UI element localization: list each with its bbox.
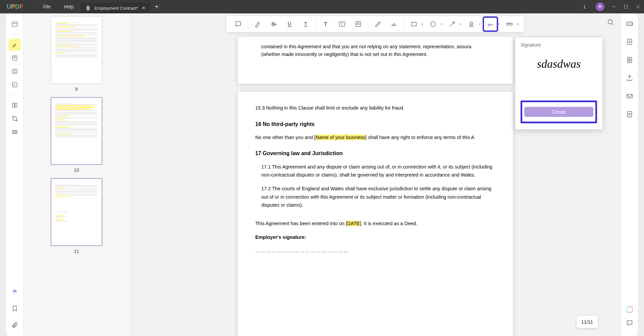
maximize-button[interactable] [620,2,632,12]
annotation-toolbar: S U T T T ▾ ▾ ▾ ▾ ▾ ▾ [226,16,524,32]
arrow-tool[interactable] [446,18,459,30]
email-button[interactable] [625,91,635,101]
annotate-tool[interactable] [9,52,21,64]
thumb-label-9: 9 [75,86,78,92]
page-nav-num: 1 [583,4,586,9]
left-toolbar [6,13,23,336]
protect-button[interactable] [625,55,635,65]
svg-rect-44 [627,307,633,313]
svg-rect-14 [13,131,16,132]
page-nav[interactable]: 1 [583,4,592,9]
layers-button[interactable] [9,286,21,298]
thumbnails-button[interactable] [9,18,21,30]
doc-text: Employer's signature: [255,233,495,242]
measure-tool[interactable] [503,18,516,30]
dropdown-icon[interactable]: ▾ [422,22,423,26]
doc-text: ]. It is executed as a Deed. [360,221,418,226]
svg-rect-29 [412,22,417,26]
circle-tool[interactable] [427,18,439,30]
svg-text:U: U [288,21,291,26]
ai-icon[interactable] [626,306,633,313]
tab-close-icon[interactable]: × [142,5,145,11]
search-button[interactable] [607,19,617,29]
squiggly-tool[interactable]: T [300,18,313,30]
highlight-text-tool[interactable] [252,18,264,30]
file-icon [85,5,91,11]
thumbnail-page-9[interactable] [51,17,102,83]
convert-button[interactable] [625,37,635,47]
note-tool[interactable] [352,18,365,30]
svg-rect-7 [12,69,17,73]
highlight-tool[interactable] [9,39,21,51]
bookmark-button[interactable] [9,303,21,315]
thumbnail-page-11[interactable] [51,179,102,245]
signature-line: …………………………………………… [255,247,495,255]
title-bar: UPDF | File Help Employment Contract* × … [0,0,644,13]
menu-help[interactable]: Help [57,4,80,9]
chat-button[interactable] [625,318,635,328]
share-button[interactable] [625,73,635,83]
user-avatar[interactable]: H [596,2,604,11]
pencil-tool[interactable] [372,18,384,30]
menu-file[interactable]: File [36,4,57,9]
form-tool[interactable] [9,65,21,77]
chevron-down-icon [588,5,592,9]
svg-rect-1 [625,5,628,8]
strikethrough-tool[interactable]: S [268,18,280,30]
dropdown-icon[interactable]: ▾ [479,22,481,26]
signature-tool[interactable] [484,18,497,30]
organize-tool[interactable] [9,99,21,111]
eraser-tool[interactable] [388,18,400,30]
dropdown-icon[interactable]: ▾ [460,22,462,26]
doc-text: This Agreement has been entered into on … [255,221,347,226]
print-button[interactable] [625,109,635,119]
crop-tool[interactable] [9,113,21,125]
create-highlight-frame: Create [521,100,597,123]
svg-text:T: T [324,21,327,27]
svg-rect-12 [15,103,17,107]
signature-panel: Signature sdasdwas Create [515,38,602,129]
new-tab-button[interactable]: + [155,3,159,11]
doc-text: No one other than you and [ [255,135,316,140]
thumb-label-11: 11 [74,249,79,254]
signature-panel-title: Signature [521,42,597,48]
svg-rect-26 [356,22,361,27]
attachment-button[interactable] [9,319,21,331]
signature-preview[interactable]: sdasdwas [521,58,597,70]
document-tab[interactable]: Employment Contract* × [80,3,150,13]
fill-sign-tool[interactable] [9,79,21,91]
dropdown-icon[interactable]: ▾ [441,22,442,26]
svg-rect-4 [12,22,17,26]
minimize-button[interactable] [608,2,620,12]
dropdown-icon[interactable]: ▾ [498,22,500,26]
thumbnail-panel: 9 10 11 [23,13,129,336]
section-heading: 17 Governing law and Jurisdiction [255,149,495,158]
stamp-tool[interactable] [465,18,478,30]
ocr-button[interactable]: OCR [625,19,635,29]
document-page-prev: contained in this Agreement and that you… [238,37,513,84]
page-counter[interactable]: 11/11 [577,316,598,328]
text-tool[interactable]: T [320,18,332,30]
thumbnail-page-10[interactable] [51,98,102,164]
underline-tool[interactable]: U [284,18,297,30]
svg-line-17 [612,23,613,25]
svg-point-31 [470,22,472,24]
section-heading: 16 No third-party rights [255,120,495,129]
app-shell: 9 10 11 S U T T T [6,13,638,336]
doc-text: contained in this Agreement and that you… [261,44,471,49]
rectangle-tool[interactable] [408,18,420,30]
close-button[interactable] [632,2,644,12]
doc-text: 17.1 This Agreement and any dispute or c… [261,163,495,179]
app-logo: UPDF [7,3,23,10]
svg-rect-11 [12,103,14,107]
create-signature-button[interactable]: Create [524,107,593,117]
highlighted-text: Name of your business [316,135,365,140]
textbox-tool[interactable]: T [336,18,348,30]
comment-tool[interactable] [232,18,245,30]
redact-tool[interactable] [9,126,21,138]
right-toolbar: OCR [621,13,638,336]
doc-text: 17.2 The courts of England and Wales sha… [261,185,495,209]
doc-text: (whether made innocently or negligently)… [261,52,428,57]
svg-text:OCR: OCR [628,22,633,25]
dropdown-icon[interactable]: ▾ [517,22,519,26]
